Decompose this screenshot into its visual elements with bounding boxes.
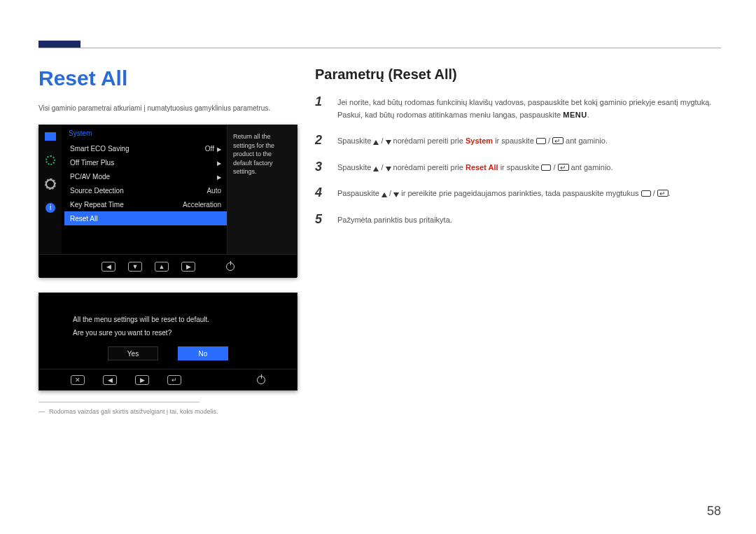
osd-row-label: Smart ECO Saving: [70, 145, 129, 153]
dialog-no-button[interactable]: No: [178, 346, 228, 360]
step-1: 1 Jei norite, kad būtų rodomas funkcinių…: [315, 95, 721, 121]
step-number: 5: [315, 213, 328, 227]
chevron-right-icon: ▶: [217, 174, 221, 181]
page-content: Reset All Visi gaminio parametrai atkuri…: [38, 66, 721, 506]
osd-menu-list: System Smart ECO Saving Off▶ Off Timer P…: [62, 125, 227, 254]
step-number: 3: [315, 160, 328, 174]
step-number: 4: [315, 186, 328, 200]
up-arrow-icon: [373, 140, 379, 145]
step-4: 4 Paspauskite / ir pereikite prie pageid…: [315, 186, 721, 200]
enter-button-icon: [657, 190, 668, 197]
info-icon: i: [45, 202, 56, 213]
step-text-part: .: [587, 111, 589, 119]
step-text-part: Paspauskite: [337, 189, 382, 197]
osd-nav-footer: ◀ ▶ ↵: [39, 369, 297, 390]
enter-icon[interactable]: ↵: [167, 375, 181, 385]
step-5: 5 Pažymėta parinktis bus pritaikyta.: [315, 213, 721, 227]
resetall-keyword: Reset All: [465, 163, 498, 171]
step-text-part: ir spauskite: [498, 163, 542, 171]
step-text: Jei norite, kad būtų rodomas funkcinių k…: [337, 95, 721, 121]
step-text-part: norėdami pereiti prie: [391, 163, 465, 171]
osd-row-off-timer[interactable]: Off Timer Plus ▶: [69, 155, 227, 169]
nav-down-icon[interactable]: ▼: [128, 262, 142, 272]
nav-right-icon[interactable]: ▶: [135, 375, 149, 385]
osd-body: i System Smart ECO Saving Off▶ Off Timer…: [39, 125, 297, 254]
step-text-part: ant gaminio.: [569, 163, 613, 171]
nav-right-icon[interactable]: ▶: [181, 262, 195, 272]
dialog-yes-button[interactable]: Yes: [108, 346, 158, 360]
page-number: 58: [707, 504, 721, 519]
step-text-part: ir spauskite: [493, 136, 536, 145]
dialog-line-2: Are you sure you want to reset?: [73, 326, 263, 339]
osd-row-smart-eco[interactable]: Smart ECO Saving Off▶: [69, 141, 227, 155]
dialog-message: All the menu settings will be reset to d…: [39, 293, 297, 346]
enter-button-icon: [558, 164, 569, 171]
left-column: Reset All Visi gaminio parametrai atkuri…: [38, 66, 304, 415]
horizontal-rule: [38, 48, 721, 48]
power-icon[interactable]: [257, 376, 265, 384]
footnote-text: Rodomas vaizdas gali skirtis atsižvelgia…: [38, 408, 304, 415]
osd-row-reset-all[interactable]: Reset All: [64, 211, 232, 225]
step-text-part: Jei norite, kad būtų rodomas funkcinių k…: [337, 98, 711, 119]
down-arrow-icon: [393, 192, 399, 197]
osd-row-label: Key Repeat Time: [70, 201, 124, 209]
osd-row-value: Off: [205, 145, 214, 153]
button-icon: [541, 164, 551, 171]
step-text-part: Spauskite: [337, 163, 373, 171]
intro-text: Visi gaminio parametrai atkuriami į numa…: [38, 103, 304, 113]
manual-page: Reset All Visi gaminio parametrai atkuri…: [0, 0, 756, 534]
step-text-part: ir pereikite prie pageidaujamos parinkti…: [399, 189, 640, 197]
osd-row-label: PC/AV Mode: [70, 173, 110, 181]
step-text: Pažymėta parinktis bus pritaikyta.: [337, 213, 721, 227]
osd-row-label: Reset All: [70, 215, 97, 223]
chevron-right-icon: ▶: [217, 160, 221, 167]
chapter-marker: [38, 41, 80, 48]
step-number: 1: [315, 95, 328, 121]
menu-keyword: MENU: [563, 111, 587, 119]
down-arrow-icon: [386, 167, 391, 171]
up-arrow-icon: [373, 167, 379, 171]
step-text-part: norėdami pereiti prie: [391, 136, 465, 145]
step-3: 3 Spauskite / norėdami pereiti prie Rese…: [315, 160, 721, 174]
color-icon: [45, 155, 56, 166]
system-keyword: System: [465, 136, 493, 145]
osd-nav-footer: ◀ ▼ ▲ ▶: [39, 254, 297, 278]
step-text-part: Spauskite: [337, 136, 373, 145]
power-icon[interactable]: [226, 262, 234, 271]
osd-row-label: Off Timer Plus: [70, 159, 114, 167]
osd-row-value: Acceleration: [183, 201, 221, 209]
down-arrow-icon: [386, 140, 391, 145]
step-text: Spauskite / norėdami pereiti prie System…: [337, 134, 721, 148]
button-icon: [536, 138, 546, 144]
close-icon[interactable]: [71, 375, 85, 385]
nav-up-icon[interactable]: ▲: [155, 262, 169, 272]
step-text-part: .: [668, 189, 671, 197]
osd-row-source-detection[interactable]: Source Detection Auto: [69, 183, 227, 197]
osd-menu-title: System: [69, 128, 227, 141]
nav-left-icon[interactable]: ◀: [103, 375, 117, 385]
enter-button-icon: [552, 137, 564, 144]
dialog-button-row: Yes No: [39, 346, 297, 369]
footnote-rule: [38, 402, 200, 402]
chevron-right-icon: ▶: [217, 146, 221, 153]
step-text-part: ant gaminio.: [564, 136, 608, 145]
subsection-heading: Parametrų (Reset All): [315, 66, 721, 83]
step-number: 2: [315, 134, 328, 148]
osd-icon-column: i: [39, 125, 62, 254]
screen-icon: [45, 131, 56, 142]
osd-row-value: Auto: [206, 187, 221, 195]
osd-system-menu: i System Smart ECO Saving Off▶ Off Timer…: [38, 125, 298, 277]
osd-reset-confirm-dialog: All the menu settings will be reset to d…: [38, 293, 298, 391]
osd-description-panel: Return all the settings for the product …: [227, 125, 297, 254]
step-list: 1 Jei norite, kad būtų rodomas funkcinių…: [315, 95, 721, 227]
osd-row-pcav[interactable]: PC/AV Mode ▶: [69, 169, 227, 183]
osd-row-label: Source Detection: [70, 187, 124, 195]
step-2: 2 Spauskite / norėdami pereiti prie Syst…: [315, 134, 721, 148]
osd-row-key-repeat[interactable]: Key Repeat Time Acceleration: [69, 197, 227, 211]
gear-icon: [45, 178, 56, 190]
section-heading: Reset All: [38, 66, 304, 90]
step-text: Spauskite / norėdami pereiti prie Reset …: [337, 160, 721, 174]
nav-left-icon[interactable]: ◀: [102, 262, 115, 272]
up-arrow-icon: [382, 192, 387, 197]
step-text: Paspauskite / ir pereikite prie pageidau…: [337, 186, 721, 200]
